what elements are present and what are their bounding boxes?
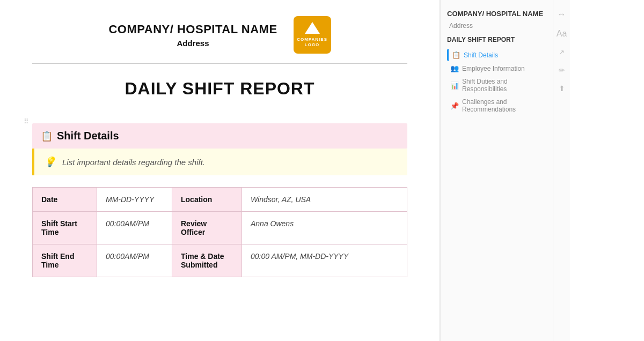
table-row: Shift StartTime 00:00AM/PM Review Office… bbox=[33, 212, 407, 244]
sidebar-shift-details-label: Shift Details bbox=[464, 51, 498, 59]
sidebar-item-shift-details[interactable]: 📋 Shift Details bbox=[447, 49, 546, 61]
action-icons-column: ↔ Aa ↗ ✏ ⬆ bbox=[553, 0, 570, 341]
right-panel: COMPANY/ HOSPITAL NAME Address DAILY SHI… bbox=[440, 0, 570, 341]
review-officer-value: Anna Owens bbox=[242, 212, 407, 244]
company-name: COMPANY/ HOSPITAL NAME bbox=[108, 23, 277, 36]
logo-triangle bbox=[305, 22, 320, 34]
sidebar: COMPANY/ HOSPITAL NAME Address DAILY SHI… bbox=[440, 0, 553, 341]
shift-details-section: ⠿ 📋 Shift Details 💡 List important detai… bbox=[32, 114, 407, 277]
sidebar-navigation: 📋 Shift Details 👥 Employee Information 📊… bbox=[447, 49, 546, 115]
review-officer-label: Review Officer bbox=[172, 212, 242, 244]
edit-icon[interactable]: ✏ bbox=[559, 66, 565, 75]
shift-end-label: Shift End Time bbox=[33, 244, 97, 277]
sidebar-employee-icon: 👥 bbox=[450, 64, 459, 72]
table-row: Date MM-DD-YYYY Location Windsor, AZ, US… bbox=[33, 188, 407, 212]
shift-details-title: Shift Details bbox=[57, 130, 119, 142]
shift-details-icon: 📋 bbox=[41, 130, 53, 142]
company-logo: COMPANIESLOGO bbox=[294, 16, 331, 54]
sidebar-duties-icon: 📊 bbox=[450, 81, 459, 90]
report-title: DAILY SHIFT REPORT bbox=[32, 79, 407, 99]
font-icon[interactable]: Aa bbox=[557, 29, 567, 39]
document-header: COMPANY/ HOSPITAL NAME Address COMPANIES… bbox=[32, 16, 407, 64]
header-text: COMPANY/ HOSPITAL NAME Address bbox=[108, 23, 277, 48]
sidebar-company-name: COMPANY/ HOSPITAL NAME bbox=[447, 10, 546, 18]
sidebar-shift-details-icon: 📋 bbox=[452, 51, 460, 59]
time-date-submitted-label: Time & DateSubmitted bbox=[172, 244, 242, 277]
sidebar-item-shift-duties[interactable]: 📊 Shift Duties and Responsibilities bbox=[447, 76, 546, 95]
time-date-submitted-value: 00:00 AM/PM, MM-DD-YYYY bbox=[242, 244, 407, 277]
sidebar-challenges-label: Challenges and Recommendations bbox=[462, 98, 543, 113]
sidebar-challenges-icon: 📌 bbox=[450, 102, 459, 110]
main-document: COMPANY/ HOSPITAL NAME Address COMPANIES… bbox=[0, 0, 440, 341]
sidebar-report-title: DAILY SHIFT REPORT bbox=[447, 36, 546, 43]
sidebar-item-challenges[interactable]: 📌 Challenges and Recommendations bbox=[447, 96, 546, 115]
shift-details-table: Date MM-DD-YYYY Location Windsor, AZ, US… bbox=[32, 187, 407, 277]
sidebar-employee-label: Employee Information bbox=[462, 65, 525, 72]
shift-start-value: 00:00AM/PM bbox=[97, 212, 172, 244]
location-label: Location bbox=[172, 188, 242, 212]
hint-box: 💡 List important details regarding the s… bbox=[32, 149, 407, 175]
resize-icon[interactable]: ↗ bbox=[559, 48, 565, 56]
sidebar-item-employee-information[interactable]: 👥 Employee Information bbox=[447, 62, 546, 75]
company-address: Address bbox=[108, 39, 277, 48]
hint-icon: 💡 bbox=[44, 156, 56, 168]
date-value: MM-DD-YYYY bbox=[97, 188, 172, 212]
hint-text: List important details regarding the shi… bbox=[62, 158, 205, 167]
shift-end-value: 00:00AM/PM bbox=[97, 244, 172, 277]
shift-start-label: Shift StartTime bbox=[33, 212, 97, 244]
section-header-shift-details: 📋 Shift Details bbox=[32, 123, 407, 149]
expand-icon[interactable]: ↔ bbox=[558, 10, 566, 19]
date-label: Date bbox=[33, 188, 97, 212]
drag-handle-icon: ⠿ bbox=[24, 117, 29, 125]
location-value: Windsor, AZ, USA bbox=[242, 188, 407, 212]
table-row: Shift End Time 00:00AM/PM Time & DateSub… bbox=[33, 244, 407, 277]
sidebar-duties-label: Shift Duties and Responsibilities bbox=[462, 78, 543, 93]
logo-text: COMPANIESLOGO bbox=[297, 37, 327, 47]
share-icon[interactable]: ⬆ bbox=[559, 84, 565, 93]
sidebar-address: Address bbox=[447, 22, 546, 29]
